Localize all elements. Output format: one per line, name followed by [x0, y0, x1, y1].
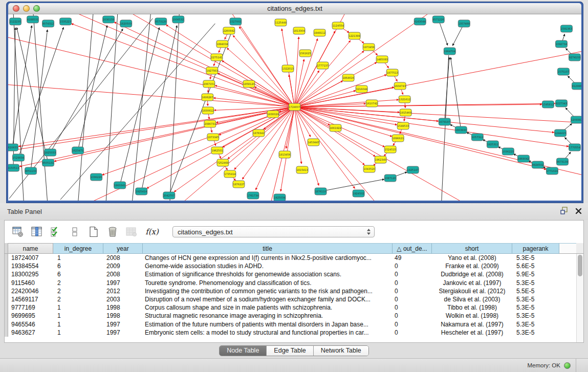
graph-node[interactable]: 1964704	[444, 48, 455, 55]
graph-node[interactable]: 1661922	[330, 124, 341, 132]
column-header-year[interactable]: year	[103, 243, 143, 254]
graph-node[interactable]: 1043520	[363, 165, 375, 172]
graph-node[interactable]: 1877513	[386, 69, 398, 76]
graph-node[interactable]: 1057312	[471, 134, 483, 141]
table-row[interactable]: 946554611997Estimation of the future num…	[5, 320, 583, 329]
graph-node[interactable]: 9274133	[569, 54, 580, 61]
graph-node[interactable]: 1962501	[211, 147, 223, 154]
graph-node[interactable]: 1221399	[349, 32, 360, 39]
graph-node[interactable]: 1873345	[207, 134, 219, 141]
graph-node[interactable]: 1925033	[45, 149, 56, 156]
graph-node[interactable]: 1357489	[458, 20, 470, 27]
graph-node[interactable]: 1529834	[13, 154, 25, 161]
graph-node[interactable]: 1771024	[546, 167, 558, 174]
graph-node[interactable]: 9129966	[572, 82, 581, 90]
table-row[interactable]: 946362711997Embryonic stem cells: a mode…	[5, 329, 583, 337]
column-header-title[interactable]: title	[143, 243, 393, 254]
graph-node[interactable]: 1925034	[274, 194, 286, 201]
tab-node-table[interactable]: Node Table	[220, 346, 267, 356]
graph-edge[interactable]	[18, 27, 63, 158]
graph-node[interactable]: 1894034	[216, 40, 228, 48]
select-all-icon[interactable]	[50, 226, 62, 238]
graph-node[interactable]: 1927563	[206, 67, 218, 74]
new-file-icon[interactable]	[88, 226, 100, 238]
graph-node[interactable]: 2067151	[203, 80, 215, 87]
graph-edge[interactable]	[19, 107, 295, 166]
graph-edge[interactable]	[50, 29, 123, 152]
column-header-name[interactable]: name	[8, 243, 53, 254]
graph-node[interactable]: 2620655	[8, 144, 18, 151]
graph-node[interactable]: 1549533	[397, 122, 409, 129]
table-selector[interactable]: citations_edges.txt	[172, 226, 375, 237]
graph-node[interactable]: 1925147	[407, 166, 419, 173]
graph-node[interactable]: 9924502	[532, 161, 543, 168]
window-close-button[interactable]	[13, 5, 19, 12]
graph-node[interactable]: 1575107	[557, 68, 569, 75]
graph-node[interactable]: 1125449	[275, 19, 287, 26]
graph-node[interactable]: 1724007	[289, 103, 300, 111]
graph-node[interactable]: 1863341	[114, 182, 126, 189]
graph-node[interactable]: 1915469	[400, 109, 411, 116]
graph-node[interactable]: 1036220	[91, 173, 102, 181]
graph-node[interactable]: 1535223	[60, 18, 72, 25]
table-row[interactable]: 2242004622012Investigating the contribut…	[5, 287, 583, 295]
graph-node[interactable]: 2122235	[10, 18, 21, 25]
column-header-out_de[interactable]: △ out_de...	[393, 243, 432, 254]
graph-node[interactable]: 1876110	[315, 188, 326, 195]
graph-node[interactable]: 2086731	[204, 120, 216, 127]
table-row[interactable]: 911546021997Tourette syndrome. Phenomeno…	[5, 279, 583, 287]
graph-node[interactable]: 2042707	[163, 192, 175, 199]
graph-node[interactable]: 1815413	[296, 166, 308, 173]
graph-node[interactable]: 1925414	[136, 188, 147, 195]
table-row[interactable]: 1938455462009Genome-wide association stu…	[5, 262, 583, 270]
graph-node[interactable]: 1924502	[353, 190, 364, 197]
graph-node[interactable]: 1869042	[517, 155, 529, 162]
graph-node[interactable]: 1604743	[394, 82, 406, 90]
graph-edge[interactable]	[166, 25, 294, 107]
graph-node[interactable]: 1858120	[243, 80, 255, 87]
table-row[interactable]: 1456911722003Disruption of a novel membe…	[5, 295, 583, 303]
graph-node[interactable]: 2030159	[103, 16, 115, 23]
show-columns-icon[interactable]	[31, 226, 43, 238]
graph-edge[interactable]	[60, 24, 215, 200]
graph-node[interactable]: 1735414	[224, 170, 236, 178]
graph-edge[interactable]	[294, 31, 335, 107]
graph-node[interactable]: 1209382	[571, 116, 581, 123]
graph-node[interactable]: 2275141	[211, 54, 223, 61]
graph-node[interactable]: 1863930	[455, 126, 467, 134]
graph-edge[interactable]	[450, 57, 461, 130]
graph-node[interactable]: 8163044	[414, 18, 426, 25]
delete-table-icon[interactable]	[125, 226, 138, 238]
tab-network-table[interactable]: Network Table	[314, 346, 368, 356]
graph-node[interactable]: 1124554	[332, 22, 344, 29]
graph-node[interactable]: 1087120	[384, 174, 396, 182]
graph-node[interactable]: 1925311	[487, 141, 498, 148]
graph-edge[interactable]	[18, 107, 295, 146]
tab-edge-table[interactable]: Edge Table	[267, 346, 313, 356]
graph-node[interactable]: 1896621	[392, 135, 404, 142]
graph-edge[interactable]	[78, 26, 107, 150]
graph-node[interactable]: 1485083	[376, 56, 388, 63]
graph-edge[interactable]	[294, 107, 301, 164]
graph-node[interactable]: 1973456	[363, 43, 375, 51]
table-row[interactable]: 977716911998Corpus callosum shape and si…	[5, 303, 583, 312]
graph-node[interactable]: 1761734	[247, 192, 259, 199]
graph-node[interactable]: 1813456	[279, 151, 291, 158]
table-row[interactable]: 1872400712008Changes of HCN gene express…	[5, 254, 583, 262]
graph-node[interactable]: 1770554	[569, 144, 580, 151]
graph-node[interactable]: 7252468	[217, 159, 229, 166]
graph-edge[interactable]	[280, 107, 294, 191]
table-row[interactable]: 1830029562008Estimation of significance …	[5, 270, 583, 278]
new-table-icon[interactable]	[12, 226, 24, 238]
graph-node[interactable]: 8673139	[556, 158, 568, 165]
graph-node[interactable]: 1777137	[317, 62, 329, 69]
network-canvas[interactable]: 1724007226084218940342275141192756320671…	[8, 14, 581, 201]
graph-node[interactable]: 9074312	[42, 20, 54, 27]
graph-edge[interactable]	[61, 107, 294, 201]
graph-node[interactable]: 1321612	[399, 96, 410, 103]
graph-node[interactable]: 1623471	[72, 147, 84, 154]
graph-node[interactable]: 8571226	[432, 16, 444, 23]
network-window-titlebar[interactable]: citations_edges.txt	[8, 3, 581, 14]
graph-node[interactable]: 1244415	[554, 129, 566, 137]
vertical-scrollbar[interactable]	[576, 254, 583, 342]
